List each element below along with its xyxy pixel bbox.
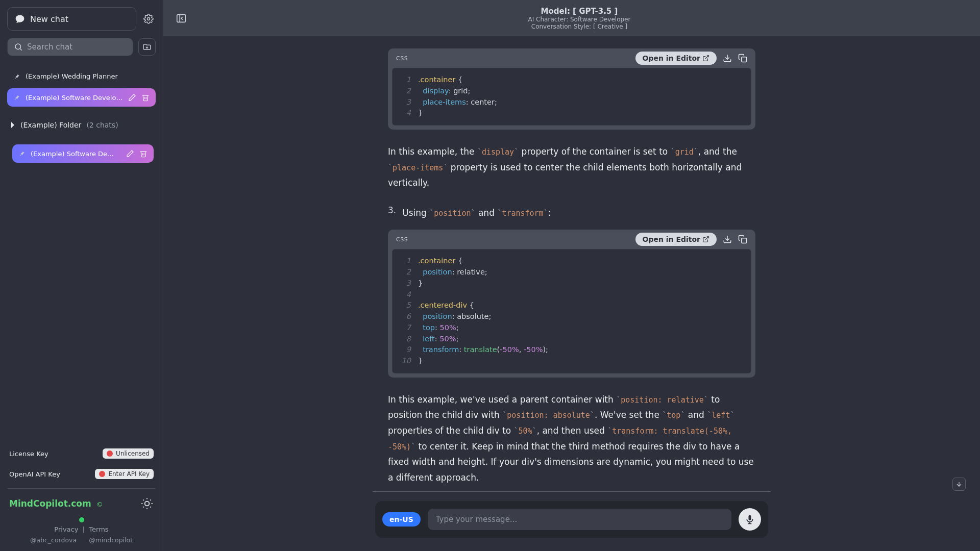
brand-link[interactable]: MindCopilot.com © [9, 498, 103, 509]
sidebar-item-label: (Example) Software Developer [26, 94, 123, 102]
handle-product[interactable]: @mindcopilot [89, 536, 133, 544]
arrow-down-icon [955, 481, 963, 488]
chat-bubble-icon [15, 14, 25, 24]
gear-icon [143, 14, 154, 24]
explanation-paragraph: In this example, the display property of… [388, 144, 755, 191]
language-pill[interactable]: en-US [382, 512, 421, 527]
terms-link[interactable]: Terms [89, 525, 108, 533]
sidebar-item-label: (Example) Wedding Planner [26, 72, 150, 80]
svg-line-13 [150, 499, 151, 500]
trash-icon[interactable] [141, 93, 150, 102]
caret-right-icon [10, 121, 15, 129]
search-chat-input[interactable] [27, 42, 127, 52]
model-info: Model: [ GPT-3.5 ] AI Character: Softwar… [189, 7, 970, 30]
svg-line-12 [143, 507, 144, 508]
alert-dot-icon [107, 450, 113, 457]
edit-icon[interactable] [128, 93, 136, 102]
code-body: 1.container { 2 display: grid; 3 place-i… [392, 68, 751, 126]
code-block-grid: css Open in Editor 1.container { 2 displ… [388, 48, 755, 130]
new-chat-button[interactable]: New chat [7, 7, 136, 31]
license-badge[interactable]: Unlicensed [103, 448, 154, 459]
microphone-icon [745, 514, 755, 524]
pin-icon [18, 150, 26, 157]
panel-collapse-icon [176, 13, 187, 24]
status-dot-icon [79, 517, 84, 522]
theme-toggle-icon[interactable] [140, 497, 154, 510]
message-input[interactable] [428, 509, 731, 530]
svg-line-8 [143, 499, 144, 500]
svg-rect-21 [742, 238, 747, 243]
scroll-to-bottom-button[interactable] [952, 478, 966, 491]
explanation-paragraph: In this example, we've used a parent con… [388, 392, 755, 486]
open-in-editor-button[interactable]: Open in Editor [635, 52, 717, 65]
pin-icon [13, 94, 20, 101]
license-key-label: License Key [9, 450, 48, 458]
open-in-editor-button[interactable]: Open in Editor [635, 233, 717, 246]
sidebar-item-label: (Example) Software De... [31, 150, 121, 158]
character-line: AI Character: Software Developer [189, 16, 970, 23]
message-input-bar: en-US [375, 501, 768, 538]
copy-icon[interactable] [738, 54, 747, 63]
svg-point-5 [145, 502, 150, 506]
api-key-label: OpenAI API Key [9, 470, 60, 478]
settings-button[interactable] [141, 14, 156, 24]
alert-dot-icon [99, 471, 105, 477]
divider [7, 488, 156, 489]
handle-author[interactable]: @abc_cordova [30, 536, 77, 544]
mic-button[interactable] [739, 508, 761, 531]
download-icon[interactable] [723, 54, 732, 63]
svg-line-16 [705, 56, 708, 59]
style-line: Conversation Style: [ Creative ] [189, 23, 970, 30]
add-folder-button[interactable] [138, 38, 156, 56]
sidebar-folder[interactable]: (Example) Folder (2 chats) [7, 116, 156, 134]
svg-point-0 [148, 18, 150, 20]
svg-line-2 [20, 48, 21, 50]
legal-links: Privacy | Terms [7, 525, 156, 533]
code-body: 1.container { 2 position: relative; 3} 4… [392, 249, 751, 373]
external-link-icon [702, 55, 709, 62]
model-line: Model: [ GPT-3.5 ] [189, 7, 970, 16]
search-icon [14, 42, 23, 52]
folder-plus-icon [142, 42, 152, 52]
ordered-list-item: 3. Using position and transform: [388, 205, 755, 221]
code-block-position: css Open in Editor 1.container { 2 posit… [388, 230, 755, 378]
sidebar-chat-wedding[interactable]: (Example) Wedding Planner [7, 67, 156, 85]
pin-icon [13, 73, 20, 80]
sidebar-chat-software-dev[interactable]: (Example) Software Developer [7, 88, 156, 107]
code-lang-label: css [396, 55, 408, 62]
new-chat-label: New chat [30, 14, 68, 24]
folder-label: (Example) Folder [20, 121, 81, 129]
sidebar-nested-chat[interactable]: (Example) Software De... [12, 144, 154, 163]
svg-line-19 [705, 237, 708, 240]
code-lang-label: css [396, 236, 408, 243]
collapse-sidebar-button[interactable] [174, 11, 189, 26]
privacy-link[interactable]: Privacy [54, 525, 78, 533]
trash-icon[interactable] [139, 149, 148, 158]
svg-point-1 [15, 44, 21, 49]
search-chat-wrap [7, 38, 133, 56]
svg-rect-18 [742, 57, 747, 62]
copy-icon[interactable] [738, 235, 747, 244]
api-key-badge[interactable]: Enter API Key [95, 469, 154, 479]
social-handles: @abc_cordova @mindcopilot [7, 536, 156, 544]
edit-icon[interactable] [126, 149, 134, 158]
svg-line-9 [150, 507, 151, 508]
download-icon[interactable] [723, 235, 732, 244]
folder-count: (2 chats) [86, 121, 118, 129]
external-link-icon [702, 236, 709, 243]
